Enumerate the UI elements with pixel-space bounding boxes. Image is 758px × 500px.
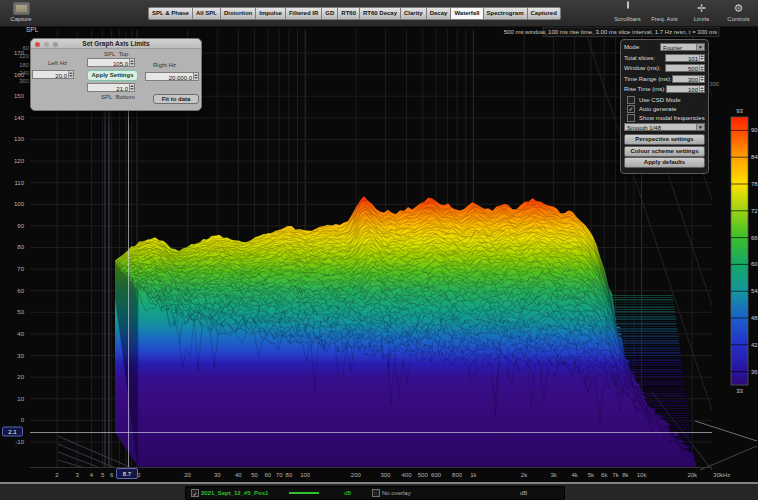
time-axis-label: 120 — [19, 53, 29, 59]
right-hz-spinner[interactable] — [193, 73, 198, 80]
capture-button[interactable]: Capture — [4, 1, 38, 22]
time-axis-label: 240 — [19, 70, 29, 76]
apply-settings-button[interactable]: Apply Settings — [87, 70, 138, 81]
left-hz-label: Left Hz — [48, 60, 67, 66]
tab-impulse[interactable]: Impulse — [255, 7, 285, 20]
colorbar-label: 72 — [751, 208, 758, 214]
freq-tick-label: 300 — [380, 472, 391, 478]
tab-clarity[interactable]: Clarity — [400, 7, 426, 20]
use-csd-mode-label: Use CSD Mode — [639, 97, 681, 103]
freq-tick-label: 8k — [622, 472, 629, 478]
freq-tick-label: 10k — [637, 472, 648, 478]
spl-top-group-label: SPL Top — [104, 51, 128, 57]
colorbar-label: 66 — [751, 235, 758, 241]
tab-filtered-ir[interactable]: Filtered IR — [285, 7, 321, 20]
spl-tick-label: 130 — [14, 136, 25, 142]
tab-decay[interactable]: Decay — [426, 7, 451, 20]
spl-tick-label: 110 — [14, 180, 24, 186]
close-icon[interactable] — [35, 42, 40, 47]
controls-gear-icon: ⚙ — [720, 2, 757, 15]
right-hz-field[interactable]: 20,000.0 — [145, 72, 199, 81]
tab-all-spl[interactable]: All SPL — [192, 7, 220, 20]
apply-defaults-button[interactable]: Apply defaults — [624, 157, 705, 168]
spl-bottom-field[interactable]: 21.0 — [87, 83, 135, 92]
limits-button[interactable]: ✛ Limits — [683, 1, 720, 22]
fit-to-data-button[interactable]: Fit to data — [153, 94, 199, 104]
scrollbars-button[interactable]: Scrollbars — [609, 1, 646, 22]
freq-tick-label: 7k — [612, 472, 619, 478]
measurement-checkbox[interactable]: ✓ — [191, 489, 199, 497]
perspective-settings-button[interactable]: Perspective settings — [624, 134, 705, 145]
mode-dropdown[interactable]: Fourier ▼ — [660, 43, 705, 51]
minimize-icon[interactable] — [44, 42, 49, 47]
freq-tick-label: 200 — [351, 472, 362, 478]
time-range-field[interactable]: 300 — [672, 75, 705, 83]
spl-top-spinner[interactable] — [129, 59, 134, 66]
freq-tick-label: 600 — [431, 472, 442, 478]
total-slices-field[interactable]: 101 — [665, 54, 705, 62]
tab-captured[interactable]: Captured — [527, 7, 561, 20]
scrollbars-label: Scrollbars — [614, 16, 641, 22]
cursor-spl-value: 2.1 — [8, 429, 17, 435]
show-modal-frequencies-checkbox[interactable] — [627, 114, 635, 122]
spl-tick-label: 100 — [14, 201, 25, 207]
left-hz-field[interactable]: 20.0 — [32, 70, 74, 79]
smoothing-dropdown[interactable]: Smooth 1/48 ▼ — [624, 123, 705, 131]
spl-tick-label: 120 — [14, 158, 25, 164]
mode-label: Mode: — [624, 44, 660, 50]
spl-bottom-spinner[interactable] — [129, 84, 134, 91]
total-slices-label: Total slices: — [624, 55, 665, 61]
left-hz-spinner[interactable] — [68, 71, 73, 78]
window-spinner[interactable] — [699, 65, 704, 71]
use-csd-mode-checkbox[interactable] — [627, 96, 635, 104]
window-field[interactable]: 500 — [665, 64, 705, 72]
freq-tick-label: 400 — [401, 472, 412, 478]
trace-color-swatch — [289, 492, 319, 494]
maximize-icon[interactable] — [53, 42, 58, 47]
colorbar-label: 78 — [751, 181, 758, 187]
spl-top-field[interactable]: 105.0 — [87, 58, 135, 67]
tab-rt60-decay[interactable]: RT60 Decay — [359, 7, 400, 20]
spl-tick-label: 50 — [17, 309, 24, 315]
colour-scheme-settings-button[interactable]: Colour scheme settings — [624, 146, 705, 157]
freq-tick-label: 1k — [470, 472, 477, 478]
freq-tick-label: 5k — [588, 472, 595, 478]
total-slices-spinner[interactable] — [699, 55, 704, 61]
trace-units-label: dB — [344, 489, 351, 497]
time-axis-label: 300 — [19, 78, 29, 84]
legend-bar: ✓ 2021_Sept_12_#5_Pos1 dB No overlay dB — [0, 482, 758, 500]
spl-tick-label: 60 — [17, 288, 24, 294]
tab-waterfall[interactable]: Waterfall — [450, 7, 482, 20]
spl-tick-label: 80 — [17, 244, 24, 250]
colorbar-label: 60 — [751, 261, 758, 267]
freq-tick-label: 50 — [251, 472, 258, 478]
tab-spectrogram[interactable]: Spectrogram — [483, 7, 527, 20]
freq-tick-label: 60 — [265, 472, 272, 478]
rise-time-label: Rise Time (ms): — [624, 86, 666, 92]
freq-axis-icon — [646, 2, 683, 15]
freq-tick-label: 20 — [184, 472, 191, 478]
spl-tick-label: 140 — [14, 115, 25, 121]
no-overlay-checkbox[interactable] — [372, 489, 380, 497]
time-range-spinner[interactable] — [699, 76, 704, 82]
rise-time-spinner[interactable] — [699, 86, 704, 92]
freq-axis-label: Freq. Axis — [651, 16, 678, 22]
y-axis-title: SPL — [26, 26, 39, 33]
freq-tick-label: 3k — [550, 472, 557, 478]
freq-tick-label: 40 — [235, 472, 242, 478]
spl-bottom-group-label: SPL Bottom — [101, 94, 135, 100]
auto-generate-checkbox[interactable]: ✓ — [627, 105, 635, 113]
spl-tick-label: 70 — [17, 266, 24, 272]
overlay-units-label: dB — [520, 489, 527, 497]
freq-axis-button[interactable]: Freq. Axis — [646, 1, 683, 22]
rise-time-field[interactable]: 100 — [666, 85, 705, 93]
freq-tick-label: 30 — [214, 472, 221, 478]
tab-gd[interactable]: GD — [321, 7, 337, 20]
freq-tick-label: 30kHz — [713, 472, 730, 478]
freq-tick-label: 20k — [687, 472, 698, 478]
tab-distortion[interactable]: Distortion — [220, 7, 255, 20]
controls-button[interactable]: ⚙ Controls — [720, 1, 757, 22]
tab-rt60[interactable]: RT60 — [337, 7, 359, 20]
spl-tick-label: 40 — [17, 331, 24, 337]
tab-spl-phase[interactable]: SPL & Phase — [148, 7, 192, 20]
